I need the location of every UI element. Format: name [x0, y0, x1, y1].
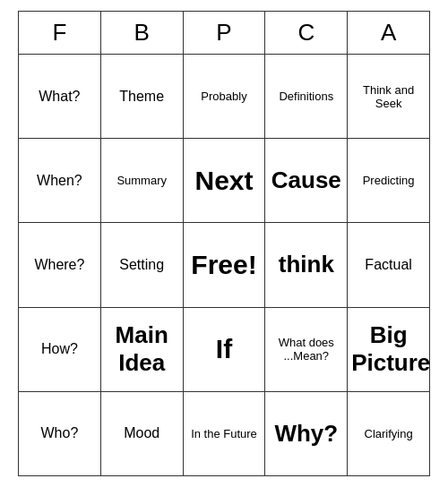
table-cell: Big Picture	[348, 307, 430, 391]
table-cell: Probably	[183, 55, 265, 139]
table-cell: If	[183, 307, 265, 391]
header-cell: F	[19, 12, 101, 55]
table-cell: Free!	[183, 223, 265, 307]
table-cell: Summary	[100, 139, 183, 223]
table-row: Who?MoodIn the FutureWhy?Clarifying	[19, 391, 430, 475]
table-cell: Next	[183, 139, 265, 223]
table-cell: Definitions	[265, 55, 348, 139]
table-cell: In the Future	[183, 391, 265, 475]
table-cell: What does ...Mean?	[265, 307, 348, 391]
table-cell: Think and Seek	[348, 55, 430, 139]
table-cell: What?	[19, 55, 101, 139]
table-cell: Theme	[100, 55, 183, 139]
header-cell: P	[183, 12, 265, 55]
header-cell: C	[265, 12, 348, 55]
table-cell: Why?	[265, 391, 348, 475]
table-cell: think	[265, 223, 348, 307]
table-cell: Setting	[100, 223, 183, 307]
table-cell: Clarifying	[348, 391, 430, 475]
table-cell: When?	[19, 139, 101, 223]
table-cell: Predicting	[348, 139, 430, 223]
table-row: Where?SettingFree!thinkFactual	[19, 223, 430, 307]
table-cell: Main Idea	[100, 307, 183, 391]
table-cell: How?	[19, 307, 101, 391]
table-row: When?SummaryNextCausePredicting	[19, 139, 430, 223]
bingo-card: FBPCA What?ThemeProbablyDefinitionsThink…	[18, 11, 430, 476]
table-row: What?ThemeProbablyDefinitionsThink and S…	[19, 55, 430, 139]
table-row: How?Main IdeaIfWhat does ...Mean?Big Pic…	[19, 307, 430, 391]
table-cell: Who?	[19, 391, 101, 475]
header-row: FBPCA	[19, 12, 430, 55]
header-cell: B	[100, 12, 183, 55]
bingo-table: FBPCA What?ThemeProbablyDefinitionsThink…	[18, 11, 430, 476]
table-cell: Factual	[348, 223, 430, 307]
table-cell: Cause	[265, 139, 348, 223]
table-cell: Where?	[19, 223, 101, 307]
table-cell: Mood	[100, 391, 183, 475]
header-cell: A	[348, 12, 430, 55]
